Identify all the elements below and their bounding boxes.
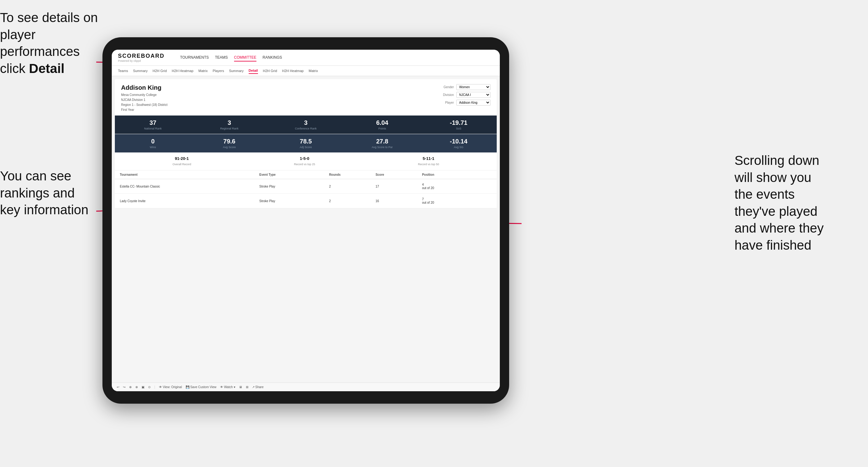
toolbar-remove[interactable]: ⊗ xyxy=(135,385,138,389)
stat-avg-score-par-value: 27.8 xyxy=(347,138,418,145)
nav-tournaments[interactable]: TOURNAMENTS xyxy=(180,54,209,61)
toolbar-watch[interactable]: 👁 Watch ▾ xyxy=(220,385,235,389)
toolbar-grid[interactable]: ▣ xyxy=(142,385,144,389)
stat-avg-score-label: Avg Score xyxy=(194,146,265,149)
player-school: Mesa Community College xyxy=(121,93,168,97)
r-line6: have finished xyxy=(735,238,811,252)
annotation-top-left: To see details on player performances cl… xyxy=(0,9,105,77)
player-detail-card: Addison King Mesa Community College NJCA… xyxy=(115,79,497,208)
player-select[interactable]: Addison King xyxy=(456,100,491,105)
stat-adj-score-label: Adj Score xyxy=(270,146,341,149)
stats-grid-row1: 37 National Rank 3 Regional Rank 3 Confe… xyxy=(115,116,497,134)
toolbar-clock[interactable]: ⊙ xyxy=(148,385,151,389)
td-position-1: 4 out of 20 xyxy=(422,183,492,190)
td-score-2: 16 xyxy=(376,199,422,203)
bottom-toolbar: ↩ ↪ ⊕ ⊗ ▣ ⊙ | 👁 View: Original 💾 Save Cu… xyxy=(112,382,500,391)
stat-avg-score-value: 79.6 xyxy=(194,138,265,145)
player-field-row: Player Addison King xyxy=(437,100,491,105)
td-event-type-2: Stroke Play xyxy=(259,199,329,203)
stat-points-value: 6.04 xyxy=(347,119,418,126)
stat-regional-rank-value: 3 xyxy=(194,119,265,126)
gender-field-row: Gender Women Men xyxy=(437,84,491,90)
stat-wins: 0 Wins xyxy=(115,134,191,152)
gender-select[interactable]: Women Men xyxy=(456,84,491,90)
stat-wins-label: Wins xyxy=(117,146,188,149)
tournament-table: Tournament Event Type Rounds Score Posit… xyxy=(115,170,497,208)
subnav-matrix[interactable]: Matrix xyxy=(198,68,208,73)
td-tournament-1: Estella CC- Mountain Classic xyxy=(120,185,259,188)
th-event-type: Event Type xyxy=(259,173,329,176)
subnav-h2h-grid[interactable]: H2H Grid xyxy=(152,68,167,73)
toolbar-undo[interactable]: ↩ xyxy=(117,385,119,389)
bl-line2: rankings and xyxy=(0,186,75,200)
td-score-1: 17 xyxy=(376,185,422,188)
stat-avg-sg-value: -10.14 xyxy=(423,138,494,145)
nav-rankings[interactable]: RANKINGS xyxy=(262,54,282,61)
annotation-line-1: To see details on xyxy=(0,10,98,25)
toolbar-share[interactable]: ↗ Share xyxy=(252,385,264,389)
subnav-h2h-grid2[interactable]: H2H Grid xyxy=(263,68,277,73)
toolbar-screen[interactable]: 🖥 xyxy=(239,385,242,389)
stat-avg-sg: -10.14 Avg SG xyxy=(421,134,497,152)
subnav-teams[interactable]: Teams xyxy=(118,68,128,73)
records-row: 91-20-1 Overall Record 1-5-0 Record vs t… xyxy=(115,152,497,170)
record-top25: 1-5-0 Record vs top 25 xyxy=(294,156,315,166)
r-line5: and where they xyxy=(735,221,824,236)
toolbar-grid2[interactable]: ⊞ xyxy=(246,385,248,389)
record-overall-value: 91-20-1 xyxy=(173,156,191,161)
player-year: First Year xyxy=(121,107,168,113)
table-row: Lady Coyote Invite Stroke Play 2 16 7 ou… xyxy=(115,194,497,208)
bl-line3: key information xyxy=(0,203,89,217)
player-region: Region 1 - Southwest (18) District xyxy=(121,102,168,107)
stat-conference-rank: 3 Conference Rank xyxy=(268,116,344,134)
annotation-detail-bold: Detail xyxy=(29,61,64,76)
td-tournament-2: Lady Coyote Invite xyxy=(120,199,259,203)
division-select[interactable]: NJCAA I NJCAA II xyxy=(456,92,491,98)
stat-points: 6.04 Points xyxy=(344,116,420,134)
subnav-summary[interactable]: Summary xyxy=(133,68,148,73)
stats-grid-row2: 0 Wins 79.6 Avg Score 78.5 Adj Score 27.… xyxy=(115,134,497,152)
subnav-summary2[interactable]: Summary xyxy=(229,68,244,73)
division-label: Division xyxy=(437,93,454,97)
nav-teams[interactable]: TEAMS xyxy=(215,54,227,61)
tablet-device: SCOREBOARD Powered by clippd TOURNAMENTS… xyxy=(102,37,509,404)
player-info-right: Gender Women Men Division NJCAA I NJCAA … xyxy=(437,84,491,113)
logo-title: SCOREBOARD xyxy=(118,53,164,59)
subnav-h2h-heatmap[interactable]: H2H Heatmap xyxy=(172,68,193,73)
subnav-h2h-heatmap2[interactable]: H2H Heatmap xyxy=(282,68,304,73)
toolbar-add[interactable]: ⊕ xyxy=(129,385,132,389)
table-header: Tournament Event Type Rounds Score Posit… xyxy=(115,170,497,179)
record-top50-label: Record vs top 50 xyxy=(418,163,439,166)
subnav-players[interactable]: Players xyxy=(213,68,224,73)
annotation-line-2: player performances xyxy=(0,27,80,59)
r-line3: the events xyxy=(735,187,795,201)
th-score: Score xyxy=(376,173,422,176)
subnav-matrix2[interactable]: Matrix xyxy=(309,68,318,73)
table-row: Estella CC- Mountain Classic Stroke Play… xyxy=(115,179,497,194)
logo-subtitle: Powered by clippd xyxy=(118,59,164,62)
toolbar-redo[interactable]: ↪ xyxy=(123,385,125,389)
nav-committee[interactable]: COMMITTEE xyxy=(234,54,256,61)
toolbar-save-custom[interactable]: 💾 Save Custom View xyxy=(186,385,216,389)
subnav-detail[interactable]: Detail xyxy=(249,68,258,74)
r-line2: will show you xyxy=(735,170,811,185)
gender-label: Gender xyxy=(437,85,454,89)
annotation-line-3-plain: click xyxy=(0,61,29,76)
record-top25-label: Record vs top 25 xyxy=(294,163,315,166)
stat-conference-rank-value: 3 xyxy=(270,119,341,126)
player-division: NJCAA Division 1 xyxy=(121,97,168,102)
stat-sos: -19.71 SoS xyxy=(421,116,497,134)
nav-items: TOURNAMENTS TEAMS COMMITTEE RANKINGS xyxy=(180,54,282,61)
stat-national-rank: 37 National Rank xyxy=(115,116,191,134)
td-position-2: 7 out of 20 xyxy=(422,197,492,204)
record-overall-label: Overall Record xyxy=(173,163,191,166)
stat-avg-sg-label: Avg SG xyxy=(423,146,494,149)
stat-avg-score: 79.6 Avg Score xyxy=(191,134,267,152)
player-name: Addison King xyxy=(121,84,168,91)
toolbar-view-original[interactable]: 👁 View: Original xyxy=(159,385,182,389)
stat-adj-score: 78.5 Adj Score xyxy=(268,134,344,152)
stat-national-rank-value: 37 xyxy=(117,119,188,126)
player-info-left: Addison King Mesa Community College NJCA… xyxy=(121,84,168,113)
stat-national-rank-label: National Rank xyxy=(117,127,188,130)
division-field-row: Division NJCAA I NJCAA II xyxy=(437,92,491,98)
